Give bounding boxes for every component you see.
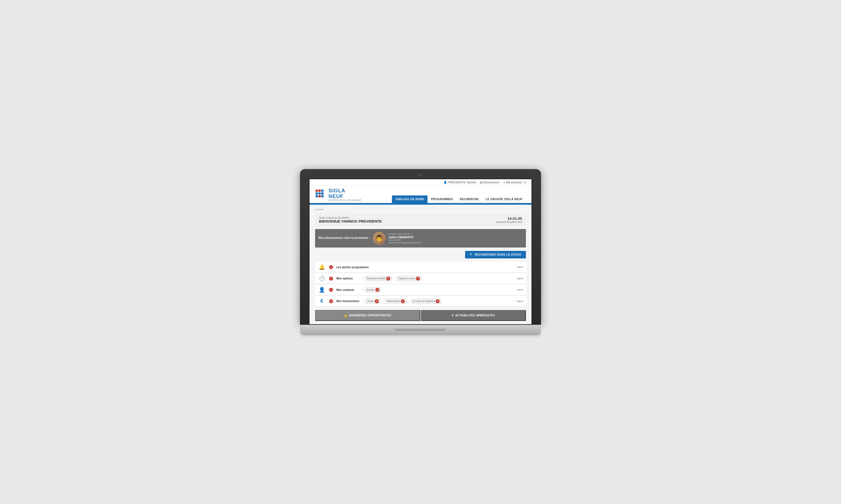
nav-groupe[interactable]: LE GROUPE SIGLA NEUF: [482, 195, 526, 203]
row-transactions: € 0 Mes transactions | Ventes 0 | Réserv…: [315, 296, 526, 307]
voir-contacts[interactable]: Voir ▾: [517, 288, 523, 291]
label-options: Mes options: [337, 277, 359, 280]
bell-icon: 🔔: [318, 264, 326, 270]
svg-rect-6: [316, 195, 318, 197]
badge-options-cours: 0: [416, 277, 420, 281]
contact-phone: 0631645298: [389, 239, 522, 241]
traiter-tag: A traiter 0: [365, 287, 381, 293]
voir-options-label: Voir: [517, 277, 521, 280]
search-icon: 🔍: [469, 253, 473, 256]
svg-rect-2: [321, 190, 324, 192]
reservations-label: Réservations: [387, 300, 400, 302]
ventes-tag: Ventes 0: [365, 299, 381, 304]
search-btn-row: 🔍 RECHERCHER DANS LE STOCK: [315, 251, 526, 258]
voir-options[interactable]: Voir ▾: [517, 277, 523, 280]
reservations-tag: Réservations 0: [385, 299, 407, 304]
breadcrumb: Accueil: [315, 208, 526, 211]
echeance-label: Échéance à 48h00: [367, 277, 385, 280]
actabilites-button[interactable]: € ACTABILITÉS IMMÉDIATES: [421, 310, 526, 321]
contact-source: Contact SIGLA NEUF :: [389, 233, 522, 235]
chevron-down-icon: ▾: [522, 266, 523, 269]
sep5: |: [382, 299, 383, 303]
logout-label: Déconnexion: [483, 181, 500, 184]
badge-traiter: 0: [375, 288, 379, 292]
site-topbar: 👤 PREVIDENTE Yannick ⏻ Déconnexion ★ Ma …: [309, 179, 532, 186]
chevron-down-icon-4: ▾: [522, 300, 523, 303]
svg-rect-0: [316, 190, 318, 192]
svg-rect-1: [319, 190, 321, 192]
dashboard-rows: 🔔 0 Les alertes programmes Voir ▾ 🕐 0: [315, 262, 526, 307]
badge-reservations: 0: [401, 299, 405, 303]
laptop-frame: 👤 PREVIDENTE Yannick ⏻ Déconnexion ★ Ma …: [300, 169, 541, 335]
dashboard-prefix: MON TABLEAU DE BORD :: [319, 216, 382, 219]
label-contacts: Mes contacts: [337, 288, 359, 291]
logo-area: SIGLA NEUF GROUPE PASCAL BOULANGER: [315, 188, 361, 203]
sep2: |: [394, 277, 395, 281]
badge-signature: 0: [436, 299, 440, 303]
actabilites-euro-icon: €: [452, 314, 453, 317]
dernieres-label: DERNIÈRES OPPORTUNITÉS: [349, 314, 391, 317]
sep6: |: [409, 299, 409, 303]
contact-section: Mes interlocuteurs chez le promoteur : 👨…: [315, 229, 526, 248]
user-icon: 👤: [318, 287, 326, 293]
voir-alertes[interactable]: Voir ▾: [517, 266, 523, 269]
badge-alertes: 0: [329, 265, 333, 269]
logo-sigla: SIGLA: [329, 188, 345, 194]
dashboard-time: 14:21:45: [496, 216, 522, 221]
row-alertes: 🔔 0 Les alertes programmes Voir ▾: [315, 262, 526, 273]
contact-name: Julien DEMANTE: [389, 235, 522, 239]
sep3: |: [362, 288, 363, 292]
bottom-buttons: 👍 DERNIÈRES OPPORTUNITÉS € ACTABILITÉS I…: [315, 310, 526, 321]
badge-options: 0: [329, 277, 333, 281]
chevron-down-icon-3: ▾: [522, 288, 523, 291]
signature-tag: En cours de signature 0: [411, 299, 442, 304]
svg-rect-3: [316, 192, 318, 195]
voir-transactions[interactable]: Voir ▾: [517, 300, 523, 303]
laptop-screen: 👤 PREVIDENTE Yannick ⏻ Déconnexion ★ Ma …: [309, 179, 532, 325]
site-header: SIGLA NEUF GROUPE PASCAL BOULANGER TABLE…: [309, 186, 532, 204]
badge-ventes: 0: [375, 299, 379, 303]
details-options: | Échéance à 48h00 0 | Options en cours …: [362, 276, 513, 282]
svg-rect-4: [319, 192, 321, 195]
row-contacts: 👤 0 Mes contacts | A traiter 0 Voir: [315, 285, 526, 295]
search-label: RECHERCHER DANS LE STOCK: [475, 253, 521, 256]
row-options: 🕐 0 Mes options | Échéance à 48h00 0 | O…: [315, 273, 526, 284]
nav-recherche[interactable]: RECHERCHE: [457, 195, 482, 203]
details-contacts: | A traiter 0: [362, 287, 513, 293]
clock-icon: 🕐: [318, 275, 326, 282]
traiter-label: A traiter: [367, 289, 375, 291]
svg-rect-5: [321, 192, 324, 195]
signature-label: En cours de signature: [413, 300, 435, 302]
content-area: Accueil MON TABLEAU DE BORD : BIENVENUE …: [309, 205, 532, 324]
nav-programmes[interactable]: PROGRAMMES: [428, 195, 457, 203]
euro-icon: €: [318, 298, 326, 304]
search-stock-button[interactable]: 🔍 RECHERCHER DANS LE STOCK: [465, 251, 526, 258]
badge-contacts: 0: [329, 288, 333, 292]
dernieres-opportunites-button[interactable]: 👍 DERNIÈRES OPPORTUNITÉS: [315, 310, 420, 321]
label-alertes: Les alertes programmes: [337, 266, 369, 269]
laptop-camera: [419, 174, 422, 176]
logo-text: SIGLA NEUF GROUPE PASCAL BOULANGER: [329, 188, 361, 201]
options-cours-tag: Options en cours 0: [396, 276, 422, 282]
echeance-tag: Échéance à 48h00 0: [365, 276, 392, 282]
details-transactions: | Ventes 0 | Réservations 0 |: [363, 299, 514, 304]
actabilites-label: ACTABILITÉS IMMÉDIATES: [455, 314, 495, 317]
dashboard-header: MON TABLEAU DE BORD : BIENVENUE YANNICK …: [315, 214, 526, 226]
user-icon: 👤: [444, 181, 447, 184]
svg-rect-7: [319, 195, 321, 197]
topbar-logout[interactable]: ⏻ Déconnexion: [480, 181, 500, 184]
options-cours-label: Options en cours: [398, 277, 415, 280]
contact-info: Contact SIGLA NEUF : Julien DEMANTE 0631…: [389, 233, 522, 244]
dashboard-title-area: MON TABLEAU DE BORD : BIENVENUE YANNICK …: [319, 216, 382, 223]
nav-menu: TABLEAU DE BORD PROGRAMMES RECHERCHE LE …: [392, 195, 526, 203]
voir-alertes-label: Voir: [517, 266, 521, 269]
laptop-body: 👤 PREVIDENTE Yannick ⏻ Déconnexion ★ Ma …: [300, 169, 541, 325]
star-icon: ★: [503, 181, 505, 184]
badge-transactions: 0: [329, 299, 333, 303]
voir-contacts-label: Voir: [517, 288, 521, 291]
laptop-stand: [300, 331, 541, 335]
dashboard-welcome: BIENVENUE YANNICK PREVIDENTE: [319, 219, 382, 223]
selection-label: Ma sélection : 0: [506, 181, 526, 184]
nav-tableau-bord[interactable]: TABLEAU DE BORD: [392, 195, 428, 203]
topbar-user: 👤 PREVIDENTE Yannick: [444, 181, 476, 184]
